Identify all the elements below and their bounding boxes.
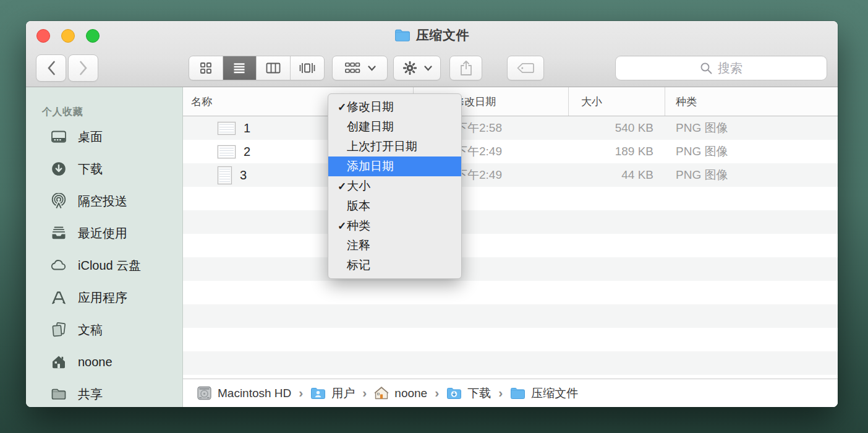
path-separator: ›	[497, 385, 504, 400]
menu-item-label: 添加日期	[347, 158, 394, 174]
table-row[interactable]: 1 下午2:58 540 KB PNG 图像	[183, 116, 838, 140]
menu-item-label: 上次打开日期	[347, 139, 417, 155]
path-separator: ›	[361, 385, 368, 400]
column-view-button[interactable]	[257, 56, 291, 80]
sidebar-item-shared[interactable]: 共享	[26, 378, 182, 407]
menu-item-last-opened-date[interactable]: 上次打开日期	[328, 137, 461, 156]
forward-button[interactable]	[68, 54, 98, 82]
file-kind: PNG 图像	[665, 120, 838, 136]
path-item-home[interactable]: noone	[374, 386, 427, 401]
icloud-icon	[51, 257, 67, 273]
menu-item-created-date[interactable]: 创建日期	[328, 117, 461, 137]
file-thumbnail	[218, 122, 236, 135]
checkmark-icon: ✓	[328, 180, 347, 193]
titlebar[interactable]: 压缩文件	[26, 21, 838, 49]
airdrop-icon	[51, 193, 67, 209]
column-header-size[interactable]: 大小	[569, 87, 665, 116]
sidebar-item-label: 隔空投送	[78, 193, 127, 210]
file-size: 189 KB	[569, 145, 665, 158]
folder-icon	[510, 387, 525, 400]
group-by-button[interactable]	[332, 56, 388, 80]
search-input[interactable]: 搜索	[615, 56, 827, 80]
path-separator: ›	[433, 385, 440, 400]
column-header-kind[interactable]: 种类	[665, 87, 838, 116]
downloads-folder-icon	[446, 387, 462, 400]
downloads-icon	[51, 161, 67, 177]
close-button[interactable]	[36, 29, 50, 43]
sidebar-item-label: 应用程序	[78, 289, 127, 306]
group-by-icon	[344, 61, 360, 75]
sidebar-item-icloud[interactable]: iCloud 云盘	[26, 249, 182, 281]
sidebar-section-favorites: 个人收藏	[26, 103, 182, 121]
share-button[interactable]	[449, 56, 482, 80]
menu-item-modified-date[interactable]: ✓修改日期	[328, 97, 461, 117]
menu-item-label: 创建日期	[347, 119, 394, 135]
menu-item-label: 注释	[347, 238, 370, 254]
menu-item-kind[interactable]: ✓种类	[328, 216, 461, 236]
path-item-current-folder[interactable]: 压缩文件	[510, 385, 578, 401]
file-name: 3	[240, 168, 247, 182]
sidebar-item-applications[interactable]: 应用程序	[26, 281, 182, 314]
action-button[interactable]	[393, 56, 441, 80]
zoom-button[interactable]	[86, 29, 100, 43]
icon-view-button[interactable]	[189, 56, 223, 80]
file-rows: 1 下午2:58 540 KB PNG 图像 2 下午2:49 189 KB P…	[183, 116, 838, 379]
column-view-icon	[265, 61, 281, 75]
documents-icon	[51, 322, 67, 338]
checkmark-icon: ✓	[328, 220, 347, 233]
home-icon	[51, 354, 67, 370]
path-bar: Macintosh HD › 用户 › noone › 下载 › 压缩文件	[183, 379, 838, 407]
menu-item-comments[interactable]: 注释	[328, 236, 461, 255]
path-item-label: noone	[394, 387, 427, 400]
toolbar: 搜索	[26, 49, 838, 87]
sidebar-item-label: 最近使用	[78, 225, 127, 242]
file-name: 2	[244, 145, 250, 159]
folder-icon	[394, 27, 411, 43]
tag-button[interactable]	[507, 56, 544, 80]
desktop-icon	[51, 129, 67, 145]
finder-window: 压缩文件	[26, 21, 838, 407]
applications-icon	[51, 289, 67, 306]
file-list-area: 名称 修改日期 大小 种类 1 下午2:58 540 KB PNG 图像 2 下…	[183, 87, 838, 407]
hard-drive-icon	[197, 385, 212, 401]
coverflow-view-button[interactable]	[291, 56, 325, 80]
path-item-users[interactable]: 用户	[310, 385, 355, 401]
sidebar-item-desktop[interactable]: 桌面	[26, 121, 182, 153]
list-view-icon	[232, 61, 247, 75]
menu-item-size[interactable]: ✓大小	[328, 176, 461, 196]
menu-item-label: 大小	[347, 178, 370, 194]
sidebar-item-documents[interactable]: 文稿	[26, 314, 182, 346]
menu-item-label: 标记	[347, 257, 370, 273]
sidebar-item-downloads[interactable]: 下载	[26, 153, 182, 185]
menu-item-added-date[interactable]: 添加日期	[328, 156, 461, 176]
path-item-macintosh-hd[interactable]: Macintosh HD	[197, 385, 291, 401]
menu-item-label: 种类	[347, 218, 370, 234]
sidebar-item-airdrop[interactable]: 隔空投送	[26, 185, 182, 217]
sidebar-item-recents[interactable]: 最近使用	[26, 217, 182, 249]
users-folder-icon	[310, 387, 326, 400]
path-item-label: 下载	[467, 385, 491, 401]
file-size: 540 KB	[569, 121, 665, 135]
table-row[interactable]: 2 下午2:49 189 KB PNG 图像	[183, 140, 838, 163]
chevron-down-icon	[368, 66, 376, 71]
search-icon	[700, 62, 713, 75]
list-view-button[interactable]	[223, 56, 257, 80]
sidebar: 个人收藏 桌面 下载 隔空投送 最近使用 iCloud 云盘 应用程序 文	[26, 87, 183, 407]
path-item-label: 压缩文件	[531, 385, 578, 401]
chevron-right-icon	[79, 61, 88, 75]
minimize-button[interactable]	[61, 29, 75, 43]
sidebar-item-label: 共享	[78, 386, 103, 403]
path-separator: ›	[297, 385, 304, 400]
table-row[interactable]: 3 下午2:49 44 KB PNG 图像	[183, 163, 838, 187]
tag-icon	[516, 62, 535, 74]
home-icon	[374, 386, 389, 401]
column-options-menu: ✓修改日期 创建日期 上次打开日期 添加日期 ✓大小 版本 ✓种类 注释 标记	[328, 93, 462, 279]
path-item-downloads[interactable]: 下载	[446, 385, 491, 401]
back-button[interactable]	[36, 54, 66, 82]
menu-item-tags[interactable]: 标记	[328, 255, 461, 275]
sidebar-item-label: iCloud 云盘	[78, 257, 141, 274]
menu-item-label: 修改日期	[347, 99, 394, 115]
shared-folder-icon	[51, 386, 67, 402]
menu-item-version[interactable]: 版本	[328, 196, 461, 216]
sidebar-item-home[interactable]: noone	[26, 346, 182, 378]
